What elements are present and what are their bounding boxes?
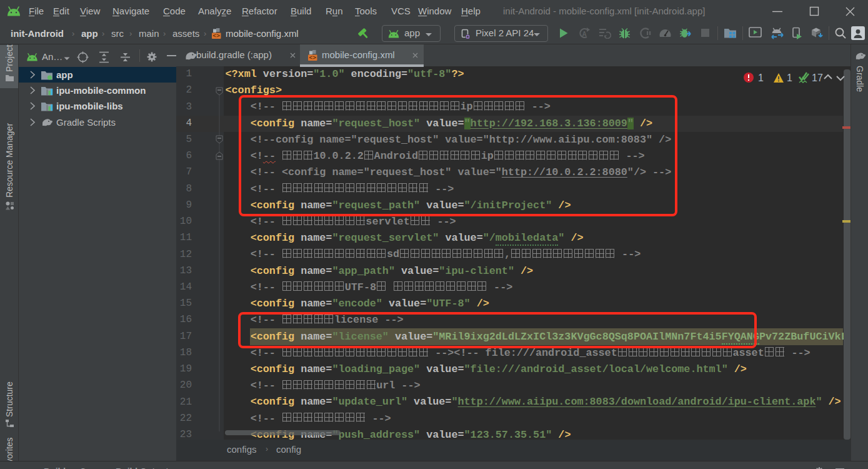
svg-text:1: 1	[758, 73, 764, 83]
svg-text:1: 1	[787, 73, 792, 83]
svg-text:A: A	[582, 31, 586, 38]
svg-text:<>: <>	[309, 54, 316, 61]
svg-text:17: 17	[812, 73, 823, 83]
svg-text:<>: <>	[212, 33, 220, 39]
